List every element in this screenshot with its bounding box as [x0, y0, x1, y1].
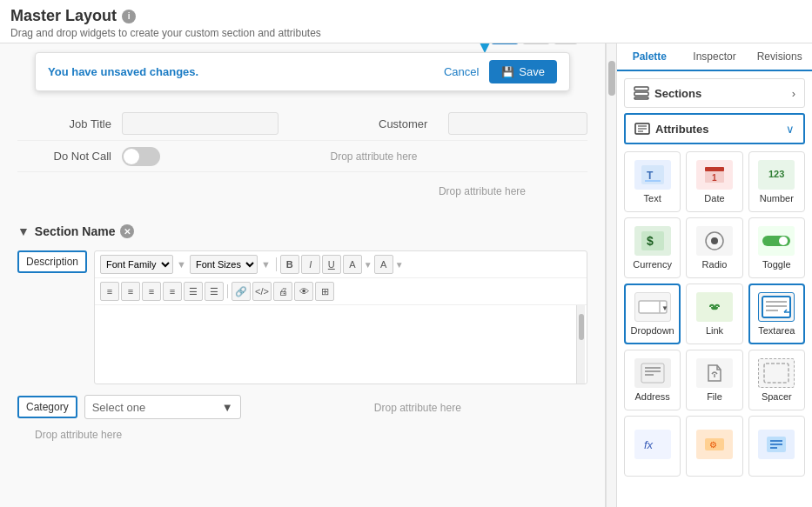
textarea-widget-icon [758, 292, 795, 322]
svg-rect-22 [705, 167, 724, 171]
toggle-widget-label: Toggle [762, 259, 790, 270]
cancel-link[interactable]: Cancel [444, 65, 479, 78]
sections-row[interactable]: Sections › [624, 78, 805, 108]
category-select-arrow-icon: ▼ [222, 401, 233, 414]
table-button[interactable]: ⊞ [315, 282, 334, 301]
sections-chevron-icon: › [792, 87, 795, 100]
toolbar-sep-2 [227, 284, 228, 298]
do-not-call-row: Do Not Call Drop attribute here [17, 141, 587, 172]
bold-button[interactable]: B [280, 255, 299, 274]
align-left-button[interactable]: ≡ [100, 282, 119, 301]
extra2-widget-icon: ⚙ [696, 430, 733, 459]
print-button[interactable]: 🖨 [273, 282, 292, 301]
drop-zone-2[interactable]: Drop attribute here [429, 176, 535, 207]
font-bg-button[interactable]: A [374, 255, 393, 274]
category-select[interactable]: Select one ▼ [84, 395, 241, 419]
date-widget-label: Date [704, 193, 724, 203]
svg-rect-47 [764, 364, 789, 383]
job-title-input[interactable] [122, 112, 278, 135]
widget-spacer[interactable]: Spacer [748, 350, 805, 410]
do-not-call-label: Do Not Call [17, 150, 122, 163]
radio-widget-icon [696, 226, 733, 256]
search-button[interactable] [554, 43, 578, 44]
widget-textarea[interactable]: Textarea [748, 284, 805, 344]
svg-rect-36 [762, 297, 790, 317]
info-icon[interactable]: i [122, 10, 136, 23]
toggle-widget-icon [758, 226, 795, 256]
editor-body[interactable] [95, 305, 587, 384]
form-section: Job Title Customer Do Not Call Drop attr… [0, 100, 605, 217]
address-widget-icon [634, 358, 671, 388]
font-color-button[interactable]: A [343, 255, 362, 274]
canvas-scrollbar[interactable] [606, 43, 616, 507]
align-right-button[interactable]: ≡ [142, 282, 161, 301]
widget-address[interactable]: Address [624, 350, 681, 410]
attributes-row[interactable]: Attributes ∨ [624, 113, 805, 144]
desktop-view-button[interactable] [491, 43, 519, 44]
list-ul-button[interactable]: ☰ [184, 282, 203, 301]
editor-toolbar-row1: Font Family ▼ Font Sizes ▼ B I U A ▼ A [95, 251, 587, 278]
widget-date[interactable]: 1 Date [686, 151, 742, 212]
link-button[interactable]: 🔗 [232, 282, 251, 301]
tab-palette[interactable]: Palette [617, 43, 682, 71]
svg-text:$: $ [647, 234, 654, 248]
svg-text:fx: fx [644, 438, 654, 451]
section-close-button[interactable]: ✕ [120, 224, 134, 238]
radio-widget-label: Radio [702, 259, 728, 270]
widget-toggle[interactable]: Toggle [748, 217, 805, 278]
widget-extra2[interactable]: ⚙ [686, 416, 742, 477]
dropdown-widget-icon: ▼ [634, 292, 671, 322]
currency-widget-label: Currency [633, 259, 672, 270]
drop-zone-3[interactable]: Drop attribute here [365, 392, 471, 424]
italic-button[interactable]: I [301, 255, 320, 274]
widget-number[interactable]: 123 Number [748, 151, 805, 212]
font-size-select[interactable]: Font Sizes [190, 255, 258, 274]
widget-text[interactable]: T Text [624, 151, 681, 212]
customer-input[interactable] [448, 112, 587, 135]
unsaved-changes-bar: You have unsaved changes. Cancel 💾 Save [35, 52, 570, 91]
drop-zone-1[interactable]: Drop attribute here [320, 141, 426, 172]
drop-zone-4[interactable]: Drop attribute here [17, 424, 139, 446]
underline-button[interactable]: U [322, 255, 341, 274]
tab-revisions[interactable]: Revisions [747, 43, 812, 71]
list-ol-button[interactable]: ☰ [205, 282, 224, 301]
code-button[interactable]: </> [252, 282, 272, 301]
description-row: Description Font Family ▼ Font Sizes ▼ B [0, 245, 605, 390]
sections-icon [634, 86, 649, 100]
link-widget-label: Link [706, 325, 723, 336]
editor-scrollbar [576, 305, 585, 384]
spacer-widget-icon [758, 358, 795, 388]
layout-view-button[interactable] [522, 43, 550, 44]
widget-file[interactable]: File [686, 350, 742, 410]
category-row: Category Select one ▼ Drop attribute her… [0, 390, 605, 424]
page-header: Master Layout i Drag and drop widgets to… [0, 0, 812, 43]
number-widget-label: Number [760, 193, 794, 203]
widget-dropdown[interactable]: ▼ Dropdown [624, 284, 681, 344]
svg-rect-10 [634, 87, 648, 90]
text-widget-label: Text [644, 193, 661, 203]
widget-fx[interactable]: fx [624, 416, 681, 477]
preview-button[interactable]: 👁 [294, 282, 313, 301]
widget-link[interactable]: Link [686, 284, 742, 344]
font-family-select[interactable]: Font Family [100, 255, 173, 274]
section-chevron-icon[interactable]: ▼ [17, 224, 30, 238]
extra3-widget-icon [758, 430, 795, 459]
tab-inspector[interactable]: Inspector [682, 43, 748, 71]
save-icon: 💾 [501, 66, 514, 78]
align-justify-button[interactable]: ≡ [163, 282, 182, 301]
save-button[interactable]: 💾 Save [489, 60, 557, 83]
spacer-widget-label: Spacer [762, 391, 792, 402]
palette-content: Sections › Attributes ∨ [617, 71, 812, 507]
svg-text:T: T [647, 170, 654, 182]
widget-radio[interactable]: Radio [686, 217, 742, 278]
file-widget-icon [696, 358, 733, 388]
description-editor[interactable]: Font Family ▼ Font Sizes ▼ B I U A ▼ A [94, 250, 587, 384]
attributes-label-text: Attributes [655, 123, 708, 136]
align-center-button[interactable]: ≡ [121, 282, 140, 301]
svg-rect-11 [634, 92, 648, 96]
address-widget-label: Address [634, 391, 669, 402]
do-not-call-toggle[interactable] [122, 147, 160, 166]
widget-extra3[interactable] [748, 416, 805, 477]
widget-currency[interactable]: $ Currency [624, 217, 681, 278]
description-label: Description [17, 250, 87, 273]
